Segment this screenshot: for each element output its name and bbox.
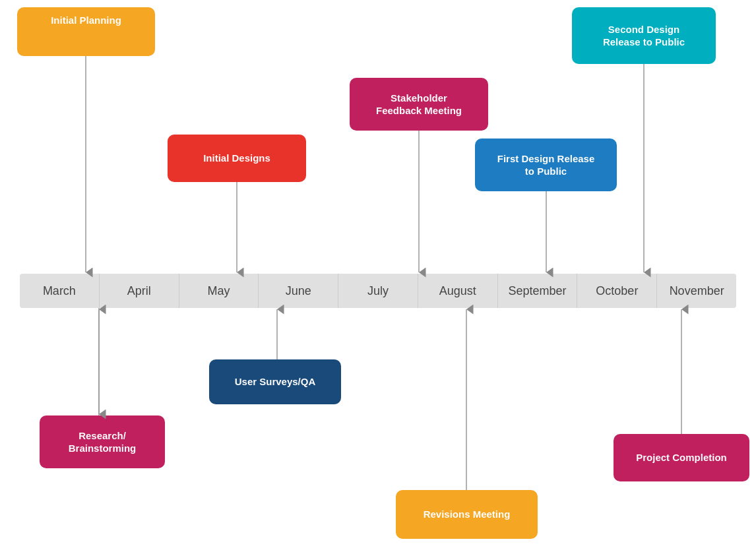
timeline-container: Initial Planning Initial Designs Stakeho…: [0, 0, 756, 554]
event-first-design-release: First Design Releaseto Public: [475, 138, 617, 191]
month-september: September: [498, 274, 578, 308]
event-initial-planning: Initial Planning: [17, 7, 155, 56]
month-march: March: [20, 274, 100, 308]
month-july: July: [338, 274, 418, 308]
event-research-brainstorming: Research/Brainstorming: [40, 416, 165, 468]
month-august: August: [418, 274, 498, 308]
event-initial-designs: Initial Designs: [168, 135, 306, 182]
month-april: April: [100, 274, 179, 308]
month-may: May: [179, 274, 259, 308]
month-november: November: [657, 274, 736, 308]
event-revisions-meeting: Revisions Meeting: [396, 490, 538, 539]
event-user-surveys-qa: User Surveys/QA: [209, 359, 341, 404]
event-project-completion: Project Completion: [614, 434, 749, 481]
month-october: October: [577, 274, 657, 308]
event-stakeholder-feedback: StakeholderFeedback Meeting: [350, 78, 488, 131]
month-june: June: [259, 274, 338, 308]
event-second-design-release: Second DesignRelease to Public: [572, 7, 716, 64]
timeline-bar: March April May June July August Septemb…: [20, 274, 736, 308]
